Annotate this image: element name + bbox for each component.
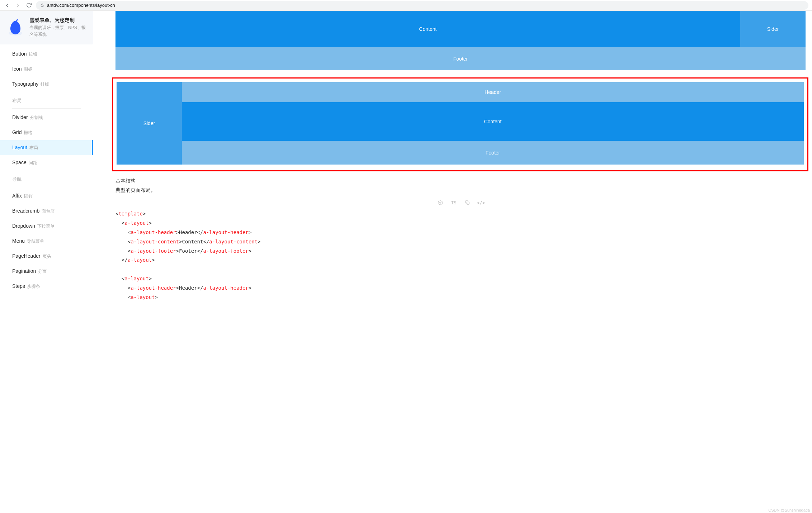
demo-sider: Sider	[117, 82, 182, 165]
watermark: CSDN @Sunshinedada	[768, 508, 810, 512]
main-content: Content Sider Footer Sider Header Conten…	[93, 11, 812, 513]
sandbox-icon[interactable]	[437, 199, 443, 206]
divider	[12, 108, 81, 109]
sidebar-item-pageheader[interactable]: PageHeader页头	[0, 249, 93, 264]
promo-title: 雪梨表单、为您定制	[29, 17, 86, 24]
sidebar-item-sublabel: 布局	[29, 145, 38, 151]
sidebar-item-pagination[interactable]: Pagination分页	[0, 264, 93, 279]
sidebar-item-button[interactable]: Button按钮	[0, 47, 93, 62]
sidebar-item-label: Typography	[12, 81, 38, 87]
sidebar-item-sublabel: 导航菜单	[27, 238, 44, 244]
lock-icon	[40, 3, 44, 7]
reload-button[interactable]	[25, 2, 32, 9]
sidebar-item-label: Layout	[12, 144, 27, 150]
sidebar-item-divider[interactable]: Divider分割线	[0, 110, 93, 125]
copy-icon[interactable]	[464, 199, 471, 206]
promo-banner[interactable]: 雪梨表单、为您定制 专属的调研，投票、NPS、报名等系统	[0, 11, 93, 44]
sidebar-item-label: Dropdown	[12, 223, 35, 229]
sidebar-item-layout[interactable]: Layout布局	[0, 140, 93, 155]
sidebar-item-label: Affix	[12, 193, 22, 199]
sidebar-item-breadcrumb[interactable]: Breadcrumb面包屑	[0, 204, 93, 219]
sidebar-item-sublabel: 页头	[43, 253, 51, 260]
sidebar-item-label: Space	[12, 160, 27, 165]
promo-logo-icon	[6, 18, 24, 37]
highlighted-demo: Sider Header Content Footer	[112, 77, 808, 171]
sidebar-item-steps[interactable]: Steps步骤条	[0, 279, 93, 294]
sidebar-item-sublabel: 分割线	[30, 115, 43, 121]
menu-group-nav: 导航	[0, 170, 93, 185]
sidebar-item-typography[interactable]: Typography排版	[0, 77, 93, 92]
sidebar-item-sublabel: 分页	[38, 269, 47, 275]
sidebar-item-label: Breadcrumb	[12, 208, 39, 214]
demo-title: 基本结构	[115, 178, 806, 184]
demo-footer: Footer	[115, 47, 806, 70]
sidebar-item-sublabel: 间距	[29, 160, 37, 166]
sidebar-item-sublabel: 排版	[41, 81, 49, 87]
sidebar-item-space[interactable]: Space间距	[0, 155, 93, 170]
demo-sider: Sider	[740, 11, 806, 47]
sidebar-item-sublabel: 图标	[24, 66, 32, 72]
menu-group-layout: 布局	[0, 92, 93, 107]
sidebar-item-label: Icon	[12, 66, 22, 72]
sidebar-item-affix[interactable]: Affix固钉	[0, 189, 93, 204]
sidebar-item-label: Grid	[12, 129, 22, 135]
sidebar-item-sublabel: 栅格	[24, 130, 32, 136]
demo-description: 典型的页面布局。	[115, 187, 806, 194]
sidebar-item-dropdown[interactable]: Dropdown下拉菜单	[0, 219, 93, 234]
demo-content: Content	[115, 11, 740, 47]
svg-rect-0	[41, 5, 43, 7]
sidebar-item-sublabel: 下拉菜单	[37, 223, 55, 229]
sidebar-item-label: PageHeader	[12, 253, 41, 259]
sidebar-item-sublabel: 步骤条	[27, 284, 40, 290]
sidebar-item-sublabel: 面包屑	[42, 208, 55, 214]
divider	[12, 187, 81, 187]
demo-content: Content	[182, 102, 804, 141]
sidebar-item-label: Pagination	[12, 268, 36, 274]
url-text: antdv.com/components/layout-cn	[47, 3, 115, 8]
sidebar-item-sublabel: 固钉	[24, 193, 33, 199]
sidebar-item-label: Menu	[12, 238, 25, 244]
demo-header: Header	[182, 82, 804, 102]
back-button[interactable]	[4, 2, 11, 9]
sidebar-item-menu[interactable]: Menu导航菜单	[0, 234, 93, 249]
sidebar-item-sublabel: 按钮	[29, 51, 37, 57]
sidebar: 雪梨表单、为您定制 专属的调研，投票、NPS、报名等系统 Button按钮Ico…	[0, 11, 93, 513]
sidebar-item-label: Steps	[12, 283, 25, 289]
sidebar-item-grid[interactable]: Grid栅格	[0, 125, 93, 140]
sidebar-item-label: Divider	[12, 114, 28, 120]
demo-footer: Footer	[182, 141, 804, 165]
forward-button[interactable]	[14, 2, 22, 9]
code-toolbar: TS </>	[115, 199, 806, 206]
show-code-icon[interactable]: </>	[478, 199, 484, 206]
address-bar[interactable]: antdv.com/components/layout-cn	[36, 1, 808, 10]
layout-demo-content-sider: Content Sider Footer	[115, 11, 806, 70]
browser-toolbar: antdv.com/components/layout-cn	[0, 0, 812, 11]
typescript-toggle[interactable]: TS	[450, 199, 457, 206]
sidebar-item-label: Button	[12, 51, 27, 57]
code-block[interactable]: <template> <a-layout> <a-layout-header>H…	[115, 209, 806, 302]
sidebar-item-icon[interactable]: Icon图标	[0, 62, 93, 77]
promo-desc: 专属的调研，投票、NPS、报名等系统	[29, 24, 86, 38]
component-menu: Button按钮Icon图标Typography排版 布局 Divider分割线…	[0, 44, 93, 308]
